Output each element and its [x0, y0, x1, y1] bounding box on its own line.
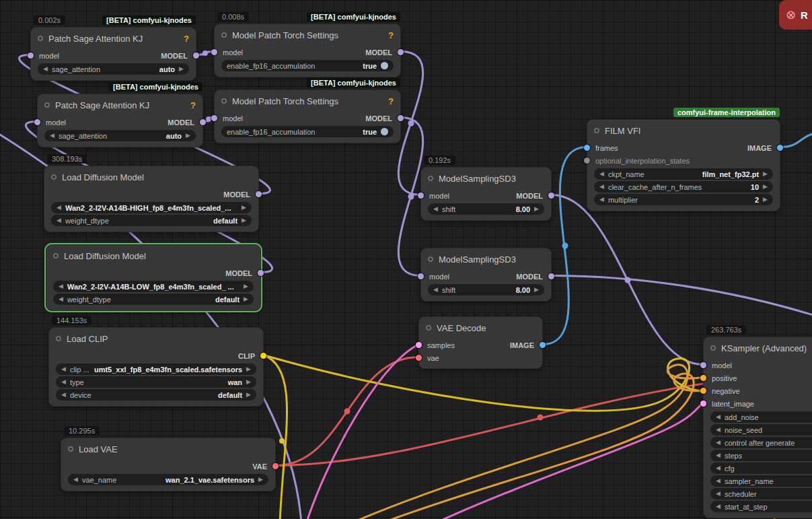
node-model-patch-torch-1[interactable]: 0.008s [BETA] comfyui-kjnodes Model Patc…: [214, 24, 401, 77]
widget-device[interactable]: ◀ device default ▶: [56, 389, 256, 401]
combo-left-arrow-icon[interactable]: ◀: [716, 414, 721, 420]
node-title[interactable]: Patch Sage Attention KJ ?: [38, 94, 202, 116]
widget-enable-fp16-accumulation[interactable]: enable_fp16_accumulation true: [221, 126, 394, 137]
output-port-model[interactable]: [258, 270, 264, 276]
combo-left-arrow-icon[interactable]: ◀: [599, 197, 604, 203]
widget-multiplier[interactable]: ◀ multiplier 2 ▶: [594, 194, 773, 205]
combo-left-arrow-icon[interactable]: ◀: [433, 287, 438, 293]
widget-clip-name[interactable]: ◀ clip ... umt5_xxl_fp8_e4m3fn_scaled.sa…: [56, 364, 256, 375]
combo-left-arrow-icon[interactable]: ◀: [716, 478, 721, 484]
combo-left-arrow-icon[interactable]: ◀: [599, 171, 604, 177]
combo-right-arrow-icon[interactable]: ▶: [246, 379, 251, 385]
node-title[interactable]: Load Diffusion Model: [44, 166, 258, 188]
input-port-latent-image[interactable]: [700, 401, 706, 407]
widget-vae-name[interactable]: ◀ vae_name wan_2.1_vae.safetensors ▶: [68, 474, 268, 485]
combo-left-arrow-icon[interactable]: ◀: [716, 427, 721, 433]
input-port-model[interactable]: [28, 53, 34, 59]
node-title[interactable]: Patch Sage Attention KJ ?: [31, 28, 196, 49]
help-icon[interactable]: ?: [184, 34, 189, 44]
combo-left-arrow-icon[interactable]: ◀: [61, 392, 66, 398]
widget-sage-attention[interactable]: ◀ sage_attention auto ▶: [44, 130, 196, 141]
widget-add-noise[interactable]: ◀ add_noise: [710, 411, 812, 423]
node-title[interactable]: KSampler (Advanced): [704, 337, 812, 359]
output-port-image[interactable]: [540, 342, 546, 348]
combo-left-arrow-icon[interactable]: ◀: [59, 283, 63, 289]
output-port-vae[interactable]: [272, 463, 279, 469]
output-port-model[interactable]: [398, 49, 404, 55]
help-icon[interactable]: ?: [388, 30, 394, 40]
output-port-clip[interactable]: [260, 353, 266, 359]
output-port-model[interactable]: [200, 119, 206, 125]
node-model-patch-torch-2[interactable]: [BETA] comfyui-kjnodes Model Patch Torch…: [214, 90, 401, 143]
widget-unet-name[interactable]: ◀ Wan2_2-I2V-A14B-HIGH_fp8_e4m3fn_scaled…: [51, 202, 252, 213]
combo-right-arrow-icon[interactable]: ▶: [763, 184, 768, 190]
combo-right-arrow-icon[interactable]: ▶: [258, 477, 263, 483]
input-port-vae[interactable]: [416, 355, 422, 361]
combo-right-arrow-icon[interactable]: ▶: [534, 206, 539, 212]
combo-left-arrow-icon[interactable]: ◀: [716, 440, 721, 446]
node-title[interactable]: Model Patch Torch Settings ?: [215, 24, 400, 46]
help-icon[interactable]: ?: [190, 100, 196, 110]
graph-canvas[interactable]: 0.002s [BETA] comfyui-kjnodes Patch Sage…: [0, 0, 812, 519]
combo-left-arrow-icon[interactable]: ◀: [433, 206, 438, 212]
help-icon[interactable]: ?: [388, 96, 394, 106]
combo-right-arrow-icon[interactable]: ▶: [244, 296, 248, 302]
node-title[interactable]: FILM VFI: [587, 120, 780, 141]
node-load-diffusion-model-2[interactable]: Load Diffusion Model MODEL ◀ Wan2_2-I2V-…: [46, 244, 261, 311]
combo-right-arrow-icon[interactable]: ▶: [246, 366, 251, 372]
error-toast[interactable]: ⊗ R: [779, 0, 812, 30]
combo-left-arrow-icon[interactable]: ◀: [716, 465, 721, 471]
input-port-optional-interpolation-states[interactable]: [584, 158, 590, 164]
widget-noise-seed[interactable]: ◀ noise_seed: [710, 424, 812, 436]
widget-weight-dtype[interactable]: ◀ weight_dtype default ▶: [51, 215, 252, 226]
combo-left-arrow-icon[interactable]: ◀: [716, 491, 721, 497]
widget-shift[interactable]: ◀ shift 8.00 ▶: [428, 203, 544, 215]
widget-enable-fp16-accumulation[interactable]: enable_fp16_accumulation true: [221, 60, 394, 71]
combo-right-arrow-icon[interactable]: ▶: [534, 287, 539, 293]
combo-left-arrow-icon[interactable]: ◀: [43, 66, 48, 72]
node-load-clip[interactable]: 144.153s Load CLIP CLIP ◀ clip ... umt5_…: [48, 327, 264, 407]
output-port-model[interactable]: [548, 273, 554, 279]
combo-left-arrow-icon[interactable]: ◀: [716, 452, 721, 458]
combo-right-arrow-icon[interactable]: ▶: [246, 392, 251, 398]
combo-left-arrow-icon[interactable]: ◀: [57, 217, 61, 223]
node-model-sampling-sd3-1[interactable]: 0.192s ModelSamplingSD3 model MODEL ◀ sh…: [420, 167, 552, 221]
combo-left-arrow-icon[interactable]: ◀: [57, 205, 61, 211]
combo-right-arrow-icon[interactable]: ▶: [244, 283, 248, 289]
node-title[interactable]: VAE Decode: [419, 317, 542, 339]
combo-right-arrow-icon[interactable]: ▶: [179, 66, 184, 72]
node-title[interactable]: ModelSamplingSD3: [421, 248, 551, 270]
widget-weight-dtype[interactable]: ◀ weight_dtype default ▶: [53, 293, 254, 305]
input-port-samples[interactable]: [416, 342, 422, 348]
combo-left-arrow-icon[interactable]: ◀: [59, 296, 63, 302]
combo-right-arrow-icon[interactable]: ▶: [763, 197, 768, 203]
output-port-model[interactable]: [193, 53, 199, 59]
circle-x-icon[interactable]: ⊗: [786, 7, 796, 22]
input-port-negative[interactable]: [700, 388, 706, 394]
widget-control-after-generate[interactable]: ◀ control after generate: [710, 437, 812, 448]
input-port-model[interactable]: [211, 49, 217, 55]
combo-left-arrow-icon[interactable]: ◀: [716, 504, 721, 510]
widget-sampler-name[interactable]: ◀ sampler_name: [710, 475, 812, 487]
toggle-knob[interactable]: [381, 128, 388, 135]
node-title[interactable]: Load VAE: [61, 438, 275, 460]
node-load-diffusion-model-1[interactable]: 308.193s Load Diffusion Model MODEL ◀ Wa…: [44, 166, 259, 232]
node-title[interactable]: Model Patch Torch Settings ?: [215, 90, 400, 112]
combo-right-arrow-icon[interactable]: ▶: [242, 205, 246, 211]
widget-clear-cache-after-n-frames[interactable]: ◀ clear_cache_after_n_frames 10 ▶: [594, 181, 773, 193]
combo-right-arrow-icon[interactable]: ▶: [186, 133, 190, 139]
combo-left-arrow-icon[interactable]: ◀: [599, 184, 604, 190]
node-patch-sage-attention-1[interactable]: 0.002s [BETA] comfyui-kjnodes Patch Sage…: [30, 27, 196, 81]
output-port-model[interactable]: [398, 115, 404, 121]
input-port-frames[interactable]: [584, 145, 590, 151]
input-port-model[interactable]: [34, 119, 40, 125]
combo-right-arrow-icon[interactable]: ▶: [242, 217, 246, 223]
widget-scheduler[interactable]: ◀ scheduler: [710, 488, 812, 499]
widget-sage-attention[interactable]: ◀ sage_attention auto ▶: [38, 63, 189, 75]
widget-start-at-step[interactable]: ◀ start_at_step: [710, 501, 812, 512]
output-port-image[interactable]: [777, 145, 783, 151]
widget-shift[interactable]: ◀ shift 8.00 ▶: [428, 284, 544, 296]
input-port-positive[interactable]: [700, 375, 706, 381]
combo-left-arrow-icon[interactable]: ◀: [50, 133, 54, 139]
toggle-knob[interactable]: [381, 62, 388, 69]
